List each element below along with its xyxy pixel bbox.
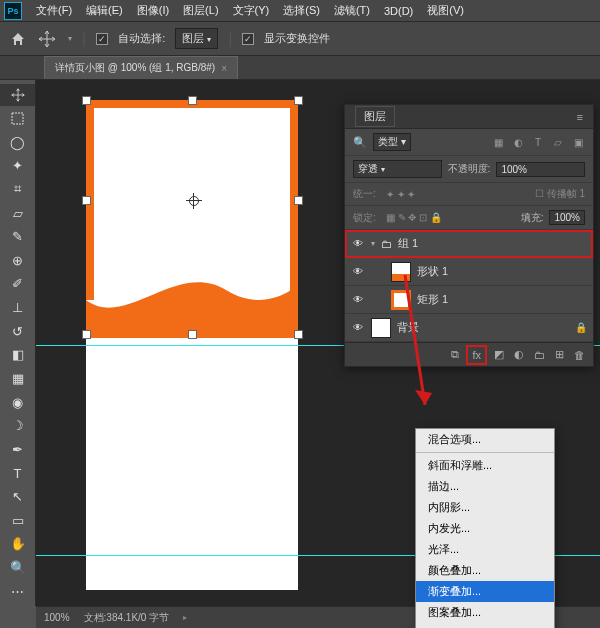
link-icon[interactable]: ⧉ bbox=[451, 348, 459, 361]
type-tool[interactable]: T bbox=[0, 462, 35, 484]
opacity-label: 不透明度: bbox=[448, 162, 491, 176]
panel-tab-layers[interactable]: 图层 bbox=[355, 106, 395, 127]
transform-handle[interactable] bbox=[82, 196, 91, 205]
adjust-icon[interactable]: ◐ bbox=[514, 348, 524, 361]
close-icon[interactable]: × bbox=[221, 63, 227, 74]
layer-item[interactable]: 👁 形状 1 bbox=[345, 258, 593, 286]
auto-select-target[interactable]: 图层 ▾ bbox=[175, 28, 218, 49]
filter-smart-icon[interactable]: ▣ bbox=[571, 135, 585, 149]
layer-name: 矩形 1 bbox=[417, 292, 448, 307]
eyedropper-tool[interactable]: ✎ bbox=[0, 226, 35, 248]
blur-tool[interactable]: ◉ bbox=[0, 391, 35, 413]
layer-name: 形状 1 bbox=[417, 264, 448, 279]
new-layer-icon[interactable]: ⊞ bbox=[555, 348, 564, 361]
group-icon[interactable]: 🗀 bbox=[534, 349, 545, 361]
pen-tool[interactable]: ✒ bbox=[0, 439, 35, 461]
transform-handle[interactable] bbox=[82, 96, 91, 105]
visibility-icon[interactable]: 👁 bbox=[351, 321, 365, 335]
visibility-icon[interactable]: 👁 bbox=[351, 265, 365, 279]
menu-select[interactable]: 选择(S) bbox=[277, 1, 326, 20]
fx-blending-options[interactable]: 混合选项... bbox=[416, 429, 554, 450]
crop-tool[interactable]: ⌗ bbox=[0, 179, 35, 201]
shape-tool[interactable]: ▭ bbox=[0, 510, 35, 532]
fx-button[interactable]: fx bbox=[469, 348, 484, 362]
mask-icon[interactable]: ◩ bbox=[494, 348, 504, 361]
visibility-icon[interactable]: 👁 bbox=[351, 293, 365, 307]
blend-mode-select[interactable]: 穿透 ▾ bbox=[353, 160, 442, 178]
tool-caret-icon[interactable]: ▾ bbox=[68, 34, 72, 43]
dodge-tool[interactable]: ☽ bbox=[0, 415, 35, 437]
filter-row: 🔍 类型 ▾ ▦ ◐ T ▱ ▣ bbox=[345, 129, 593, 156]
menu-3d[interactable]: 3D(D) bbox=[378, 3, 419, 19]
fx-inner-shadow[interactable]: 内阴影... bbox=[416, 497, 554, 518]
brush-tool[interactable]: ✐ bbox=[0, 273, 35, 295]
path-tool[interactable]: ↖ bbox=[0, 486, 35, 508]
transform-handle[interactable] bbox=[294, 196, 303, 205]
show-transform-checkbox[interactable]: ✓ bbox=[242, 33, 254, 45]
menu-edit[interactable]: 编辑(E) bbox=[80, 1, 129, 20]
svg-rect-0 bbox=[12, 113, 23, 124]
chevron-down-icon[interactable]: ▾ bbox=[371, 239, 375, 248]
history-brush-tool[interactable]: ↺ bbox=[0, 320, 35, 342]
eraser-tool[interactable]: ◧ bbox=[0, 344, 35, 366]
lasso-tool[interactable]: ◯ bbox=[0, 131, 35, 153]
zoom-tool[interactable]: 🔍 bbox=[0, 557, 35, 579]
layer-item[interactable]: 👁 背景 🔒 bbox=[345, 314, 593, 342]
fx-inner-glow[interactable]: 内发光... bbox=[416, 518, 554, 539]
menu-file[interactable]: 文件(F) bbox=[30, 1, 78, 20]
frame-tool[interactable]: ▱ bbox=[0, 202, 35, 224]
menu-view[interactable]: 视图(V) bbox=[421, 1, 470, 20]
gradient-tool[interactable]: ▦ bbox=[0, 368, 35, 390]
propagate-label: ☐ 传播帧 1 bbox=[535, 187, 585, 201]
menu-image[interactable]: 图像(I) bbox=[131, 1, 175, 20]
filter-adjust-icon[interactable]: ◐ bbox=[511, 135, 525, 149]
menu-separator bbox=[416, 452, 554, 453]
folder-icon: 🗀 bbox=[381, 238, 392, 250]
menu-layer[interactable]: 图层(L) bbox=[177, 1, 224, 20]
fx-bevel[interactable]: 斜面和浮雕... bbox=[416, 455, 554, 476]
transform-handle[interactable] bbox=[82, 330, 91, 339]
show-transform-label: 显示变换控件 bbox=[264, 31, 330, 46]
layer-item[interactable]: 👁 矩形 1 bbox=[345, 286, 593, 314]
panel-menu-icon[interactable]: ≡ bbox=[577, 111, 583, 123]
opacity-input[interactable]: 100% bbox=[496, 162, 585, 177]
move-tool[interactable] bbox=[0, 84, 35, 106]
document-tab[interactable]: 详情页小图 @ 100% (组 1, RGB/8#) × bbox=[44, 56, 238, 79]
unify-row: 统一: ✦ ✦ ✦ ☐ 传播帧 1 bbox=[345, 183, 593, 206]
search-icon[interactable]: 🔍 bbox=[353, 136, 367, 149]
fx-satin[interactable]: 光泽... bbox=[416, 539, 554, 560]
transform-handle[interactable] bbox=[294, 96, 303, 105]
fx-stroke[interactable]: 描边... bbox=[416, 476, 554, 497]
zoom-value[interactable]: 100% bbox=[44, 612, 70, 623]
transform-center-icon[interactable] bbox=[186, 193, 202, 209]
stamp-tool[interactable]: ⊥ bbox=[0, 297, 35, 319]
filter-pixel-icon[interactable]: ▦ bbox=[491, 135, 505, 149]
layer-group[interactable]: 👁 ▾ 🗀 组 1 bbox=[345, 230, 593, 258]
transform-handle[interactable] bbox=[188, 96, 197, 105]
filter-type-icon[interactable]: T bbox=[531, 135, 545, 149]
filter-shape-icon[interactable]: ▱ bbox=[551, 135, 565, 149]
trash-icon[interactable]: 🗑 bbox=[574, 349, 585, 361]
fx-gradient-overlay[interactable]: 渐变叠加... bbox=[416, 581, 554, 602]
lock-icon[interactable]: 🔒 bbox=[575, 322, 587, 333]
fx-pattern-overlay[interactable]: 图案叠加... bbox=[416, 602, 554, 623]
fill-input[interactable]: 100% bbox=[549, 210, 585, 225]
hand-tool[interactable]: ✋ bbox=[0, 533, 35, 555]
fx-color-overlay[interactable]: 颜色叠加... bbox=[416, 560, 554, 581]
wand-tool[interactable]: ✦ bbox=[0, 155, 35, 177]
lock-row: 锁定: ▦ ✎ ✥ ⊡ 🔒 填充: 100% bbox=[345, 206, 593, 230]
edit-toolbar[interactable]: ⋯ bbox=[0, 580, 35, 602]
marquee-tool[interactable] bbox=[0, 108, 35, 130]
menu-filter[interactable]: 滤镜(T) bbox=[328, 1, 376, 20]
menu-type[interactable]: 文字(Y) bbox=[227, 1, 276, 20]
move-tool-icon[interactable] bbox=[38, 30, 56, 48]
auto-select-checkbox[interactable]: ✓ bbox=[96, 33, 108, 45]
fx-outer-glow[interactable]: 外发光... bbox=[416, 623, 554, 628]
kind-select[interactable]: 类型 ▾ bbox=[373, 133, 411, 151]
visibility-icon[interactable]: 👁 bbox=[351, 237, 365, 251]
home-icon[interactable] bbox=[8, 29, 28, 49]
heal-tool[interactable]: ⊕ bbox=[0, 249, 35, 271]
transform-handle[interactable] bbox=[294, 330, 303, 339]
orange-wave bbox=[86, 270, 298, 338]
transform-handle[interactable] bbox=[188, 330, 197, 339]
